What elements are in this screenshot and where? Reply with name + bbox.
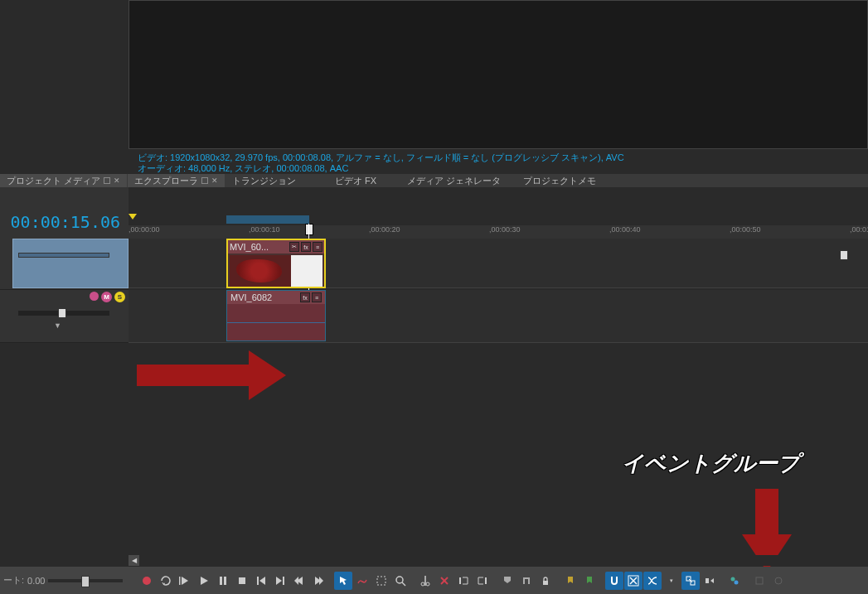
- svg-rect-19: [528, 577, 530, 584]
- video-clip[interactable]: MVI_60... ✂ fx ≡: [226, 239, 326, 288]
- tab-explorer[interactable]: エクスプローラ✕: [128, 174, 225, 187]
- envelope-tool[interactable]: [353, 572, 371, 590]
- media-info-text: ビデオ: 1920x1080x32, 29.970 fps, 00:00:08.…: [138, 152, 624, 174]
- timeline-ruler[interactable]: ,00:00:00,00:00:10,00:00:20,00:00:30,00:…: [129, 225, 868, 239]
- lock-button[interactable]: [536, 572, 555, 590]
- loop-region[interactable]: [226, 215, 309, 224]
- timecode-display[interactable]: 00:00:15.06: [0, 187, 129, 239]
- zoom-tool[interactable]: [391, 572, 410, 590]
- menu-icon[interactable]: ≡: [312, 292, 322, 302]
- clip-thumbnail: [230, 255, 292, 287]
- ruler-label: ,00:00:30: [489, 225, 521, 234]
- fx-icon[interactable]: fx: [301, 242, 311, 252]
- next-frame-button[interactable]: [309, 572, 327, 590]
- tab-project-media[interactable]: プロジェクト メディア✕: [0, 174, 127, 187]
- tab-transition[interactable]: トランジション: [225, 174, 303, 187]
- auto-crossfade-button[interactable]: [643, 572, 662, 590]
- tab-project-memo[interactable]: プロジェクトメモ: [516, 174, 603, 187]
- go-end-button[interactable]: [271, 572, 289, 590]
- svg-point-28: [731, 577, 735, 581]
- close-icon[interactable]: ✕: [211, 176, 218, 185]
- trim-start-button[interactable]: [454, 572, 473, 590]
- playback-rate: ート:0.00: [2, 574, 123, 587]
- scroll-left-icon[interactable]: ◀: [129, 555, 139, 566]
- record-button[interactable]: [138, 572, 156, 590]
- svg-rect-7: [377, 577, 386, 585]
- marker-button[interactable]: [498, 572, 516, 590]
- svg-line-9: [402, 582, 405, 586]
- snap-button[interactable]: [605, 572, 623, 590]
- region-button[interactable]: [517, 572, 536, 590]
- ripple-edit-button[interactable]: [701, 572, 719, 590]
- scrollbar-track[interactable]: [139, 555, 868, 566]
- play-start-button[interactable]: [176, 572, 194, 590]
- panel-tabs: プロジェクト メディア✕ エクスプローラ✕ トランジション ビデオ FX メディ…: [0, 174, 868, 187]
- dock-icon[interactable]: [104, 177, 110, 184]
- dock-icon[interactable]: [201, 177, 208, 184]
- settings-button[interactable]: [750, 572, 769, 590]
- transport-toolbar: ート:0.00 ▾: [0, 567, 868, 594]
- video-slider-handle[interactable]: [840, 250, 848, 260]
- close-icon[interactable]: ✕: [114, 176, 120, 185]
- svg-rect-3: [224, 577, 226, 585]
- ruler-label: ,00:00:50: [730, 225, 761, 234]
- prev-frame-button[interactable]: [290, 572, 308, 590]
- play-button[interactable]: [195, 572, 213, 590]
- svg-point-11: [421, 582, 424, 586]
- link-button[interactable]: [725, 572, 744, 590]
- svg-point-0: [143, 577, 151, 585]
- settings-button-2[interactable]: [769, 572, 788, 590]
- event-group-button[interactable]: [681, 572, 700, 590]
- preview-monitor: [129, 0, 868, 149]
- pause-button[interactable]: [214, 572, 232, 590]
- ruler-label: ,00:00:00: [129, 225, 160, 234]
- clip-name: MVI_60...: [230, 242, 269, 252]
- timeline-start-marker[interactable]: [129, 214, 137, 220]
- stop-button[interactable]: [233, 572, 251, 590]
- fx-icon[interactable]: fx: [300, 292, 310, 302]
- crop-icon[interactable]: ✂: [289, 242, 299, 252]
- tab-media-generator[interactable]: メディア ジェネレータ: [400, 174, 507, 187]
- ruler-label: ,00:00:10: [249, 225, 280, 234]
- loop-button[interactable]: [157, 572, 175, 590]
- ruler-label: ,00:00:20: [369, 225, 400, 234]
- region-insert-button[interactable]: [580, 572, 599, 590]
- audio-clip[interactable]: MVI_6082 fx ≡: [226, 290, 326, 341]
- quantize-button[interactable]: ▾: [662, 572, 681, 590]
- ruler-label: ,00:01:0: [850, 225, 868, 234]
- go-start-button[interactable]: [252, 572, 270, 590]
- dropdown-icon[interactable]: ▼: [54, 321, 61, 330]
- svg-rect-6: [283, 577, 284, 585]
- mute-icon[interactable]: M: [101, 292, 112, 302]
- delete-button[interactable]: [435, 572, 453, 590]
- svg-point-8: [396, 577, 403, 583]
- timeline-scrollbar[interactable]: ◀: [129, 555, 868, 566]
- clip-name: MVI_6082: [230, 292, 272, 302]
- marker-insert-button[interactable]: [561, 572, 579, 590]
- mute-icon[interactable]: [90, 292, 99, 301]
- split-button[interactable]: [416, 572, 434, 590]
- video-track-body[interactable]: [12, 239, 129, 288]
- playhead-flag[interactable]: [305, 224, 313, 235]
- svg-point-29: [735, 580, 739, 584]
- svg-rect-2: [220, 577, 222, 585]
- svg-rect-5: [257, 577, 259, 585]
- menu-icon[interactable]: ≡: [313, 242, 322, 252]
- audio-slider-handle[interactable]: [58, 308, 66, 318]
- selection-tool[interactable]: [372, 572, 390, 590]
- rate-slider[interactable]: [48, 579, 123, 582]
- svg-rect-18: [523, 577, 525, 584]
- ruler-label: ,00:00:40: [609, 225, 641, 234]
- svg-point-31: [775, 577, 782, 584]
- video-opacity-slider[interactable]: [18, 253, 109, 258]
- solo-icon[interactable]: S: [114, 292, 125, 302]
- auto-ripple-button[interactable]: [624, 572, 643, 590]
- tab-video-fx[interactable]: ビデオ FX: [328, 174, 383, 187]
- clip-thumbnail: [291, 255, 322, 287]
- normal-edit-tool[interactable]: [334, 572, 352, 590]
- svg-rect-1: [179, 577, 181, 585]
- svg-point-12: [426, 582, 429, 586]
- svg-rect-4: [239, 577, 245, 584]
- trim-end-button[interactable]: [473, 572, 492, 590]
- svg-rect-15: [459, 577, 461, 584]
